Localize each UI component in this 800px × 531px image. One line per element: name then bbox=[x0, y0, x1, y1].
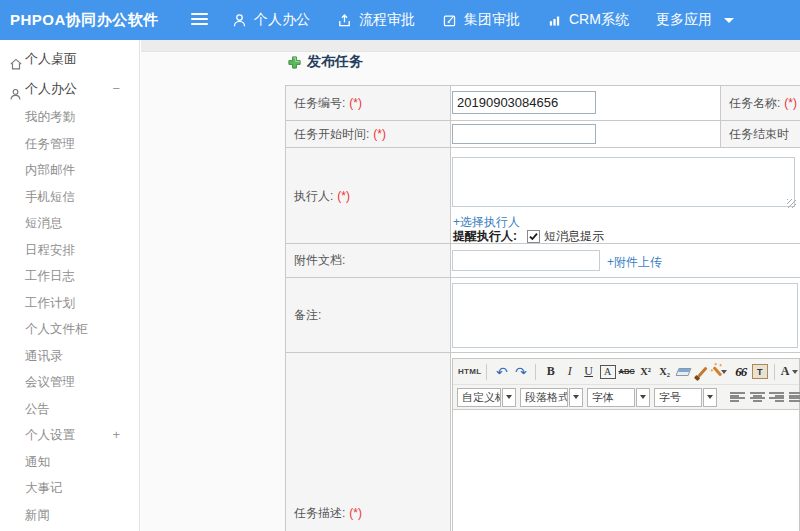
description-label-wrap: 任务描述:(*) bbox=[294, 505, 362, 522]
attachment-input[interactable] bbox=[452, 250, 600, 271]
nav-label: 更多应用 bbox=[656, 11, 712, 29]
sidebar-item-工作计划[interactable]: 工作计划 bbox=[0, 290, 139, 317]
custom-title-select[interactable]: 自定义标题 bbox=[457, 388, 516, 407]
sidebar-item-label: 短消息 bbox=[25, 216, 63, 230]
sidebar-item-手机短信[interactable]: 手机短信 bbox=[0, 184, 139, 211]
nav-label: 流程审批 bbox=[359, 11, 415, 29]
sms-remind-label: 短消息提示 bbox=[544, 228, 604, 245]
sidebar-item-个人办公[interactable]: 个人办公− bbox=[0, 74, 139, 104]
sidebar-item-我的考勤[interactable]: 我的考勤 bbox=[0, 104, 139, 131]
sidebar-item-通讯录[interactable]: 通讯录 bbox=[0, 343, 139, 370]
eraser-button[interactable] bbox=[676, 363, 692, 381]
blockquote-glyph: 66 bbox=[735, 364, 746, 380]
resize-grip-icon[interactable] bbox=[787, 199, 796, 208]
nav-more-apps[interactable]: 更多应用 bbox=[656, 11, 734, 29]
underline-button[interactable]: U bbox=[581, 363, 597, 381]
subscript-button[interactable]: X₂ bbox=[657, 363, 673, 381]
sidebar-item-label: 新闻 bbox=[25, 508, 50, 522]
sidebar-item-日程安排[interactable]: 日程安排 bbox=[0, 237, 139, 264]
required-mark: (*) bbox=[373, 127, 386, 141]
required-mark: (*) bbox=[784, 96, 797, 110]
font-box-button[interactable]: A bbox=[600, 365, 616, 379]
dropdown-value: 字号 bbox=[654, 388, 702, 407]
nav-crm-system[interactable]: CRM系统 bbox=[547, 11, 629, 29]
editor-content-area[interactable] bbox=[453, 410, 799, 531]
sidebar-item-任务管理[interactable]: 任务管理 bbox=[0, 131, 139, 158]
strikethrough-glyph: ABC bbox=[619, 367, 635, 376]
attachment-label: 附件文档: bbox=[294, 253, 345, 267]
sidebar-item-短消息[interactable]: 短消息 bbox=[0, 210, 139, 237]
align-left-button[interactable] bbox=[730, 391, 745, 403]
sidebar-item-label: 个人设置 bbox=[25, 428, 75, 442]
remark-textarea[interactable] bbox=[452, 283, 798, 348]
sidebar-item-个人桌面[interactable]: 个人桌面 bbox=[0, 44, 139, 74]
sidebar-item-个人设置[interactable]: 个人设置+ bbox=[0, 422, 139, 449]
font-color-button[interactable]: A bbox=[782, 363, 798, 381]
font-family-select[interactable]: 字体 bbox=[587, 388, 650, 407]
sidebar-item-公告[interactable]: 公告 bbox=[0, 396, 139, 423]
sidebar-item-大事记[interactable]: 大事记 bbox=[0, 475, 139, 502]
edit-icon bbox=[442, 13, 457, 28]
caret-down-icon bbox=[792, 370, 798, 374]
subscript-glyph: X₂ bbox=[659, 366, 670, 377]
sidebar-item-通知[interactable]: 通知 bbox=[0, 449, 139, 476]
superscript-button[interactable]: X² bbox=[638, 363, 654, 381]
redo-button[interactable]: ↷ bbox=[513, 363, 529, 381]
blockquote-button[interactable]: 66 bbox=[733, 363, 749, 381]
collapse-icon[interactable]: − bbox=[112, 74, 120, 104]
nav-personal-office[interactable]: 个人办公 bbox=[232, 11, 310, 29]
start-time-input[interactable] bbox=[452, 124, 596, 144]
font-size-select[interactable]: 字号 bbox=[654, 388, 717, 407]
sidebar-item-个人文件柜[interactable]: 个人文件柜 bbox=[0, 316, 139, 343]
paste-plain-button[interactable]: T bbox=[752, 364, 768, 379]
nav-label: CRM系统 bbox=[569, 11, 629, 29]
format-brush-button[interactable] bbox=[695, 363, 711, 381]
html-source-button[interactable]: HTML bbox=[460, 363, 480, 381]
toolbar-separator bbox=[774, 364, 775, 380]
sidebar-item-label: 我的考勤 bbox=[25, 110, 75, 124]
undo-button[interactable]: ↶ bbox=[494, 363, 510, 381]
caret-down-icon[interactable] bbox=[569, 388, 583, 407]
executor-textarea[interactable] bbox=[452, 157, 795, 207]
task-no-input[interactable] bbox=[452, 91, 596, 114]
italic-button[interactable]: I bbox=[562, 363, 578, 381]
align-center-button[interactable] bbox=[750, 391, 765, 403]
dropdown-value: 自定义标题 bbox=[457, 388, 501, 407]
sidebar: 个人桌面个人办公−我的考勤任务管理内部邮件手机短信短消息日程安排工作日志工作计划… bbox=[0, 40, 140, 531]
task-name-label: 任务名称: bbox=[729, 96, 780, 110]
align-justify-button[interactable] bbox=[789, 391, 800, 403]
caret-down-icon[interactable] bbox=[636, 388, 650, 407]
sidebar-item-新闻[interactable]: 新闻 bbox=[0, 502, 139, 529]
required-mark: (*) bbox=[337, 189, 350, 203]
nav-group-approval[interactable]: 集团审批 bbox=[442, 11, 520, 29]
caret-down-icon bbox=[724, 18, 734, 23]
sidebar-item-工作日志[interactable]: 工作日志 bbox=[0, 263, 139, 290]
remark-label: 备注: bbox=[294, 308, 321, 322]
top-navigation: 个人办公流程审批集团审批CRM系统更多应用 bbox=[232, 0, 761, 40]
expand-icon[interactable]: + bbox=[112, 422, 120, 449]
auto-typeset-button[interactable] bbox=[714, 363, 730, 381]
toolbar-separator bbox=[535, 364, 536, 380]
rich-text-editor: HTML↶↷BIUAABCX²X₂66TA 自定义标题段落格式字体字号 bbox=[452, 358, 800, 531]
sidebar-item-label: 日程安排 bbox=[25, 243, 75, 257]
sidebar-item-会议管理[interactable]: 会议管理 bbox=[0, 369, 139, 396]
sidebar-item-label: 会议管理 bbox=[25, 375, 75, 389]
paragraph-format-select[interactable]: 段落格式 bbox=[520, 388, 583, 407]
attachment-upload-link[interactable]: +附件上传 bbox=[607, 254, 662, 271]
editor-toolbar-row2: 自定义标题段落格式字体字号 bbox=[453, 385, 799, 410]
strikethrough-button[interactable]: ABC bbox=[619, 363, 635, 381]
description-label-cell: 任务描述:(*) bbox=[286, 353, 451, 531]
auto-typeset-icon bbox=[713, 367, 722, 377]
align-right-button[interactable] bbox=[769, 391, 784, 403]
sidebar-item-内部邮件[interactable]: 内部邮件 bbox=[0, 157, 139, 184]
paste-plain-glyph: T bbox=[757, 367, 763, 377]
sidebar-item-label: 公告 bbox=[25, 402, 50, 416]
caret-down-icon[interactable] bbox=[502, 388, 516, 407]
font-color-glyph: A bbox=[781, 364, 790, 379]
menu-toggle-icon[interactable] bbox=[191, 13, 208, 27]
caret-down-icon[interactable] bbox=[703, 388, 717, 407]
nav-workflow-approval[interactable]: 流程审批 bbox=[337, 11, 415, 29]
bold-button[interactable]: B bbox=[543, 363, 559, 381]
remind-row: 提醒执行人: 短消息提示 bbox=[453, 228, 604, 245]
sms-remind-checkbox[interactable] bbox=[527, 230, 540, 243]
